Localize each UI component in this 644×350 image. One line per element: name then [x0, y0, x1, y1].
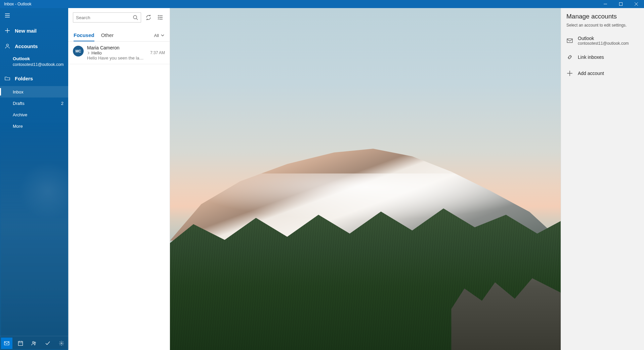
svg-point-5 — [34, 342, 36, 343]
bottom-app-bar — [0, 336, 68, 350]
search-input[interactable] — [76, 15, 133, 20]
message-subject: Hello — [91, 50, 102, 55]
message-list-pane: Focused Other All MC Maria Cameron Hello — [68, 8, 170, 350]
selection-mode-button[interactable] — [156, 13, 165, 22]
folder-more[interactable]: More — [0, 120, 68, 132]
folder-more-label: More — [13, 124, 23, 129]
todo-app-button[interactable] — [42, 338, 53, 349]
manage-accounts-title: Manage accounts — [561, 8, 644, 23]
svg-point-4 — [33, 341, 34, 343]
sidebar-account-email: contosotest11@outlook.com — [13, 62, 63, 67]
folder-drafts-label: Drafts — [13, 101, 25, 106]
maximize-button[interactable] — [613, 0, 629, 8]
avatar: MC — [73, 46, 84, 56]
message-time: 7:37 AM — [150, 50, 165, 55]
people-app-button[interactable] — [28, 338, 40, 349]
manage-accounts-hint: Select an account to edit settings. — [561, 23, 644, 32]
tab-focused[interactable]: Focused — [74, 32, 94, 41]
search-icon[interactable] — [133, 15, 138, 20]
message-preview: Hello Have you seen the latest new, ... — [87, 55, 145, 61]
manage-accounts-panel: Manage accounts Select an account to edi… — [561, 8, 644, 350]
svg-point-7 — [133, 15, 137, 19]
add-account-button[interactable]: Add account — [561, 65, 644, 81]
svg-rect-3 — [18, 341, 23, 345]
folder-drafts-count: 2 — [61, 101, 63, 106]
plus-icon — [5, 28, 10, 33]
mail-icon — [566, 37, 573, 44]
calendar-app-button[interactable] — [15, 338, 26, 349]
svg-rect-2 — [4, 342, 9, 345]
link-inboxes-label: Link inboxes — [578, 54, 604, 60]
settings-button[interactable] — [56, 338, 67, 349]
add-account-label: Add account — [578, 71, 604, 76]
minimize-button[interactable] — [598, 0, 613, 8]
tab-other[interactable]: Other — [101, 32, 114, 41]
hamburger-button[interactable] — [0, 8, 68, 23]
folder-drafts[interactable]: Drafts 2 — [0, 98, 68, 109]
close-button[interactable] — [629, 0, 644, 8]
chevron-down-icon — [161, 33, 164, 38]
search-box[interactable] — [73, 12, 141, 23]
account-entry-email: contosotest11@outlook.com — [578, 41, 629, 46]
filter-label: All — [154, 33, 159, 38]
folder-archive-label: Archive — [13, 112, 27, 117]
folders-label: Folders — [15, 76, 33, 81]
new-mail-button[interactable]: New mail — [0, 23, 68, 38]
title-bar: Inbox - Outlook — [0, 0, 644, 8]
sidebar-account-item[interactable]: Outlook contosotest11@outlook.com — [0, 54, 68, 71]
account-entry-name: Outlook — [578, 36, 629, 41]
message-item[interactable]: MC Maria Cameron Hello Hello Have you se… — [68, 42, 170, 64]
sidebar-account-name: Outlook — [13, 56, 63, 62]
message-from: Maria Cameron — [87, 45, 145, 50]
folder-icon — [5, 76, 10, 81]
sync-button[interactable] — [144, 13, 153, 22]
plus-icon — [566, 70, 573, 77]
new-mail-label: New mail — [15, 28, 37, 34]
svg-point-1 — [6, 44, 8, 46]
person-icon — [5, 43, 10, 49]
menu-icon — [5, 13, 10, 18]
accounts-header[interactable]: Accounts — [0, 38, 68, 54]
svg-rect-8 — [567, 39, 572, 42]
chevron-right-icon — [87, 50, 90, 55]
folder-inbox-label: Inbox — [13, 89, 24, 94]
sidebar: New mail Accounts Outlook contosotest11@… — [0, 8, 68, 350]
filter-dropdown[interactable]: All — [154, 33, 164, 41]
window-title: Inbox - Outlook — [0, 2, 598, 6]
folders-header[interactable]: Folders — [0, 71, 68, 86]
folder-archive[interactable]: Archive — [0, 109, 68, 120]
account-entry[interactable]: Outlook contosotest11@outlook.com — [561, 32, 644, 49]
accounts-label: Accounts — [15, 43, 38, 49]
folder-inbox[interactable]: Inbox — [0, 86, 68, 98]
link-icon — [566, 54, 573, 61]
svg-rect-0 — [619, 3, 622, 6]
svg-point-6 — [61, 343, 62, 344]
mail-app-button[interactable] — [1, 338, 12, 349]
link-inboxes-button[interactable]: Link inboxes — [561, 49, 644, 65]
reading-pane — [170, 8, 561, 350]
